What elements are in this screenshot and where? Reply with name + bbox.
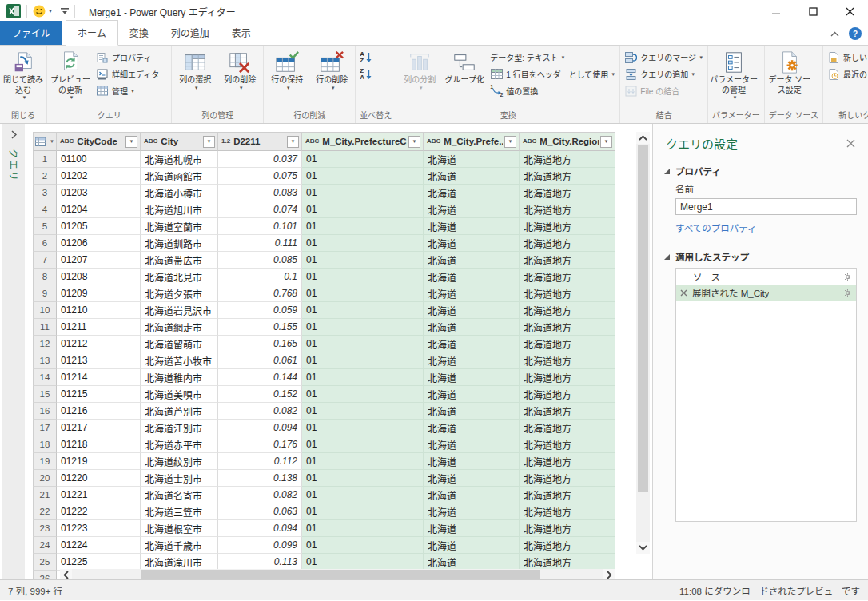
table-cell[interactable]: 01214: [57, 369, 141, 386]
table-cell[interactable]: 01: [302, 168, 424, 185]
table-cell[interactable]: 北海道: [424, 218, 520, 235]
applied-step-expanded-mcity[interactable]: 展開された M_City: [676, 285, 856, 300]
table-cell[interactable]: 01: [302, 520, 424, 537]
table-cell[interactable]: 01: [302, 503, 424, 520]
queries-sidebar-collapsed[interactable]: クエリ: [2, 124, 25, 579]
table-cell[interactable]: 01224: [57, 537, 141, 554]
close-and-load-button[interactable]: 閉じて読み込む ▼: [1, 46, 46, 108]
table-cell[interactable]: 北海道地方: [520, 319, 615, 336]
table-cell[interactable]: 01: [302, 235, 424, 252]
table-cell[interactable]: 01: [302, 218, 424, 235]
table-cell[interactable]: 0.101: [218, 218, 302, 235]
advanced-editor-button[interactable]: 詳細エディター: [93, 66, 170, 82]
row-number[interactable]: 18: [33, 436, 57, 453]
table-cell[interactable]: 北海道: [424, 352, 520, 369]
row-number[interactable]: 10: [33, 302, 57, 319]
table-cell[interactable]: 北海道地方: [520, 336, 615, 352]
table-cell[interactable]: 北海道: [424, 487, 520, 503]
table-cell[interactable]: 北海道: [424, 386, 520, 403]
collapse-ribbon-icon[interactable]: [830, 31, 839, 37]
row-number[interactable]: 3: [33, 185, 57, 201]
table-cell[interactable]: 北海道地方: [520, 386, 615, 403]
table-cell[interactable]: 0.075: [218, 168, 302, 185]
table-cell[interactable]: 01: [302, 420, 424, 436]
expand-queries-pane-icon[interactable]: [11, 130, 17, 139]
row-number[interactable]: 23: [33, 520, 57, 537]
table-cell[interactable]: 0.085: [218, 252, 302, 269]
table-cell[interactable]: 0.111: [218, 235, 302, 252]
column-header-mcity-prefecturecode[interactable]: ABC M_City.PrefectureC... ▼: [302, 132, 424, 151]
table-cell[interactable]: 01: [302, 269, 424, 285]
table-cell[interactable]: 北海道: [424, 470, 520, 487]
sort-ascending-button[interactable]: AZ: [356, 49, 375, 66]
table-cell[interactable]: 北海道地方: [520, 520, 615, 537]
table-cell[interactable]: 01: [302, 436, 424, 453]
column-header-d2211[interactable]: 1.2 D2211 ▼: [218, 132, 302, 151]
remove-rows-button[interactable]: 行の削除 ▼: [309, 46, 354, 108]
table-cell[interactable]: 0.094: [218, 520, 302, 537]
table-cell[interactable]: 北海道函館市: [141, 168, 218, 185]
table-cell[interactable]: 01202: [57, 168, 141, 185]
row-number[interactable]: 4: [33, 201, 57, 218]
table-cell[interactable]: 北海道釧路市: [141, 235, 218, 252]
table-cell[interactable]: 0.099: [218, 537, 302, 554]
table-cell[interactable]: 0.083: [218, 185, 302, 201]
remove-columns-button[interactable]: 列の削除 ▼: [217, 46, 262, 108]
row-number[interactable]: 13: [33, 352, 57, 369]
row-number[interactable]: 9: [33, 285, 57, 302]
table-cell[interactable]: 0.155: [218, 319, 302, 336]
table-cell[interactable]: 北海道: [424, 151, 520, 168]
column-header-mcity-region[interactable]: ABC M_City.Region ▼: [520, 132, 615, 151]
table-cell[interactable]: 北海道士別市: [141, 470, 218, 487]
table-cell[interactable]: 北海道名寄市: [141, 487, 218, 503]
merge-queries-button[interactable]: クエリのマージ ▼: [621, 49, 707, 66]
table-cell[interactable]: 01100: [57, 151, 141, 168]
table-cell[interactable]: 北海道江別市: [141, 420, 218, 436]
table-cell[interactable]: 01207: [57, 252, 141, 269]
sort-descending-button[interactable]: ZA: [356, 66, 375, 82]
table-cell[interactable]: 01: [302, 487, 424, 503]
table-cell[interactable]: 北海道地方: [520, 487, 615, 503]
table-cell[interactable]: 北海道小樽市: [141, 185, 218, 201]
table-cell[interactable]: 北海道苫小牧市: [141, 352, 218, 369]
table-cell[interactable]: 北海道: [424, 537, 520, 554]
manage-button[interactable]: 管理 ▼: [93, 82, 170, 99]
data-type-button[interactable]: データ型: テキスト ▼: [487, 49, 619, 66]
row-number[interactable]: 14: [33, 369, 57, 386]
vertical-scroll-thumb[interactable]: [638, 145, 648, 492]
table-cell[interactable]: 北海道旭川市: [141, 201, 218, 218]
table-cell[interactable]: 北海道夕張市: [141, 285, 218, 302]
table-cell[interactable]: 01: [302, 252, 424, 269]
vertical-scrollbar[interactable]: [636, 132, 650, 554]
table-cell[interactable]: 北海道三笠市: [141, 503, 218, 520]
choose-columns-button[interactable]: 列の選択 ▼: [173, 46, 217, 108]
table-cell[interactable]: 北海道地方: [520, 537, 615, 554]
table-cell[interactable]: 01: [302, 554, 424, 571]
scroll-right-icon[interactable]: [603, 569, 615, 579]
table-cell[interactable]: 01211: [57, 319, 141, 336]
properties-button[interactable]: プロパティ: [93, 49, 170, 66]
filter-button[interactable]: ▼: [408, 136, 420, 148]
scroll-up-icon[interactable]: [636, 132, 650, 144]
table-cell[interactable]: 北海道帯広市: [141, 252, 218, 269]
table-cell[interactable]: 01: [302, 151, 424, 168]
table-cell[interactable]: 北海道: [424, 168, 520, 185]
step-settings-gear-icon[interactable]: [843, 289, 852, 297]
table-cell[interactable]: 北海道地方: [520, 436, 615, 453]
manage-parameters-button[interactable]: パラメーターの管理 ▼: [709, 46, 759, 108]
table-cell[interactable]: 北海道: [424, 403, 520, 420]
table-cell[interactable]: 01: [302, 386, 424, 403]
filter-button[interactable]: ▼: [203, 136, 215, 148]
table-cell[interactable]: 北海道: [424, 520, 520, 537]
table-cell[interactable]: 01212: [57, 336, 141, 352]
tab-add-column[interactable]: 列の追加: [160, 21, 221, 45]
table-cell[interactable]: 北海道滝川市: [141, 554, 218, 571]
table-cell[interactable]: 北海道室蘭市: [141, 218, 218, 235]
table-cell[interactable]: 北海道札幌市: [141, 151, 218, 168]
row-number[interactable]: 20: [33, 470, 57, 487]
row-number[interactable]: 17: [33, 420, 57, 436]
table-cell[interactable]: 北海道芦別市: [141, 403, 218, 420]
table-cell[interactable]: 0.112: [218, 453, 302, 470]
maximize-button[interactable]: [794, 0, 831, 22]
table-cell[interactable]: 北海道地方: [520, 403, 615, 420]
